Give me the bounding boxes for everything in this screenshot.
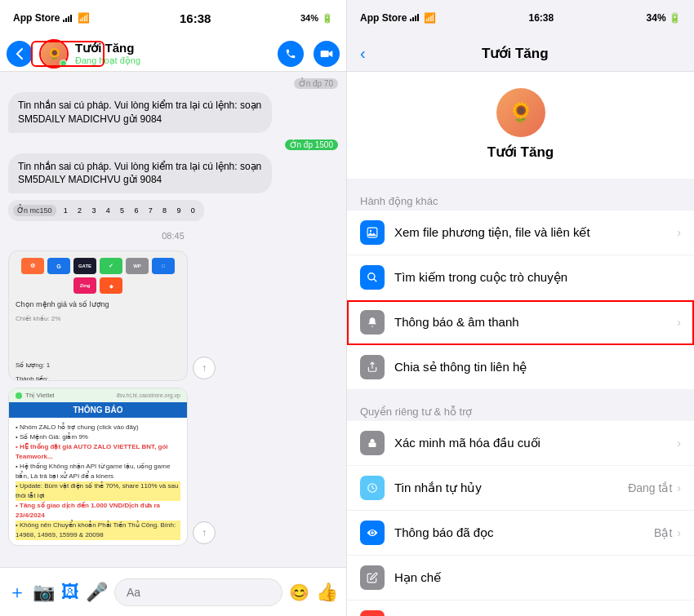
svg-line-13 bbox=[374, 279, 377, 282]
mic-button[interactable]: 🎤 bbox=[86, 582, 108, 603]
add-button[interactable]: ＋ bbox=[8, 580, 26, 605]
logo-2: G bbox=[47, 258, 70, 274]
left-time: 16:38 bbox=[180, 11, 211, 25]
contact-name: Tưới Tăng bbox=[75, 41, 271, 55]
share-notice-button[interactable]: ↑ bbox=[193, 521, 216, 544]
right-scroll-area[interactable]: 🌻 Tưới Tăng Hành động khác Xem file phươ… bbox=[347, 72, 694, 616]
right-back-button[interactable]: ‹ bbox=[360, 44, 366, 63]
profile-name: Tưới Tăng bbox=[487, 144, 554, 161]
svg-rect-1 bbox=[65, 18, 67, 22]
section-label-2: Quyền riêng tư & hỗ trợ bbox=[347, 396, 694, 421]
svg-rect-2 bbox=[68, 16, 69, 22]
share-promo-button[interactable]: ↑ bbox=[193, 357, 216, 379]
notice-card-group: Thị Viettel đsv.hị.hị.caostrore.org.vp T… bbox=[8, 388, 216, 546]
menu-item-share-contact[interactable]: Chia sẻ thông tin liên hệ bbox=[347, 345, 694, 389]
right-wifi-icon: 📶 bbox=[424, 12, 436, 24]
menu-item-files[interactable]: Xem file phương tiện, file và liên kết › bbox=[347, 211, 694, 255]
card-quantity: Số lượng: 1 bbox=[16, 361, 180, 369]
right-battery-group: 34% 🔋 bbox=[647, 12, 681, 24]
read-receipts-value: Bật bbox=[654, 526, 672, 539]
notice-header: Thị Viettel đsv.hị.hị.caostrore.org.vp bbox=[9, 388, 187, 402]
autodestruct-value: Đang tắt bbox=[628, 481, 672, 494]
files-chevron: › bbox=[677, 226, 681, 239]
card-total-label: Thành tiền: bbox=[16, 375, 180, 381]
chat-timestamp: 08:45 bbox=[8, 231, 338, 241]
chat-area[interactable]: Ởn đp 70 Tin nhắn sai cú pháp. Vui lòng … bbox=[0, 72, 346, 567]
menu-list-1: Xem file phương tiện, file và liên kết ›… bbox=[347, 211, 694, 389]
right-signal-icon bbox=[410, 13, 421, 21]
signal-icon bbox=[63, 14, 74, 22]
camera-button[interactable]: 📷 bbox=[33, 582, 55, 603]
notice-line-2: • Số Mệnh Giá: giảm 9% bbox=[16, 432, 180, 442]
right-carrier-group: App Store 📶 bbox=[360, 12, 436, 24]
lock-icon bbox=[367, 437, 377, 449]
logo-zing: Zing bbox=[73, 277, 96, 294]
msg-group-2: Ởn đp 1500 Tin nhắn sai cú pháp. Vui lòn… bbox=[8, 140, 338, 194]
notice-highlight-4: • Không nên Chuyển khoản Phải Tiền Thủ C… bbox=[16, 521, 180, 540]
svg-rect-4 bbox=[321, 51, 329, 57]
notice-title-text: THÔNG BÁO bbox=[73, 405, 122, 414]
online-status-dot bbox=[60, 60, 67, 67]
back-button[interactable] bbox=[7, 41, 33, 67]
nav-icons-group bbox=[278, 41, 340, 67]
autodestruct-chevron: › bbox=[677, 481, 681, 494]
msg-bubble-2: Tin nhắn sai cú pháp. Vui lòng kiểm tra … bbox=[8, 153, 272, 194]
logo-4: ✓ bbox=[100, 258, 122, 274]
bell-icon bbox=[367, 317, 378, 328]
left-carrier-group: App Store 📶 bbox=[13, 12, 90, 24]
contact-avatar-wrapper[interactable]: 🌻 bbox=[39, 39, 69, 69]
profile-section: 🌻 Tưới Tăng bbox=[347, 72, 694, 185]
right-panel: App Store 📶 16:38 34% 🔋 ‹ Tưới Tăng 🌻 Tư… bbox=[347, 0, 694, 616]
menu-list-2: Xác minh mã hóa đầu cuối › Tin nhắn tự h… bbox=[347, 421, 694, 616]
right-title: Tưới Tăng bbox=[366, 45, 665, 62]
notice-body: • Nhóm ZALO hỗ trợ chung (click vào đây)… bbox=[9, 418, 187, 545]
menu-item-search[interactable]: Tìm kiếm trong cuộc trò chuyện bbox=[347, 255, 694, 300]
notif-item-text: Thông báo & âm thanh bbox=[394, 314, 677, 330]
right-battery-pct: 34% bbox=[647, 12, 666, 24]
menu-item-restrict[interactable]: Hạn chế bbox=[347, 556, 694, 600]
profile-avatar: 🌻 bbox=[496, 88, 545, 137]
num-keypad: 1 2 3 4 5 6 7 8 9 0 bbox=[60, 206, 199, 215]
right-battery-icon: 🔋 bbox=[669, 12, 681, 24]
svg-rect-10 bbox=[367, 228, 377, 237]
wifi-icon: 📶 bbox=[78, 12, 90, 24]
call-button[interactable] bbox=[278, 41, 304, 67]
menu-item-autodestruct[interactable]: Tin nhắn tự hủy Đang tắt › bbox=[347, 466, 694, 511]
message-input[interactable] bbox=[114, 578, 282, 606]
video-button[interactable] bbox=[314, 41, 340, 67]
files-icon-box bbox=[360, 220, 385, 245]
lock-icon-box bbox=[360, 431, 385, 455]
timer-icon bbox=[367, 482, 378, 494]
menu-item-notifications[interactable]: Thông báo & âm thanh › bbox=[347, 300, 694, 345]
logo-1: ⚙ bbox=[21, 258, 44, 274]
logo-8: ◆ bbox=[100, 277, 122, 294]
image-button[interactable]: 🖼 bbox=[61, 582, 79, 603]
emoji-button[interactable]: 😊 bbox=[289, 583, 309, 602]
msg-tag-1: Ởn đp 70 bbox=[294, 78, 338, 89]
svg-rect-3 bbox=[70, 15, 72, 22]
contact-status: Đang hoạt động bbox=[75, 55, 271, 66]
notice-dot bbox=[16, 392, 22, 399]
like-button[interactable]: 👍 bbox=[316, 582, 338, 603]
right-nav-bar: ‹ Tưới Tăng bbox=[347, 36, 694, 72]
left-nav-bar: 🌻 Tưới Tăng Đang hoạt động bbox=[0, 36, 346, 72]
left-panel: App Store 📶 16:38 34% 🔋 🌻 bbox=[0, 0, 347, 616]
restrict-item-text: Hạn chế bbox=[394, 569, 681, 586]
menu-item-read-receipts[interactable]: Thông báo đã đọc Bật › bbox=[347, 511, 694, 556]
edit-icon bbox=[367, 572, 378, 583]
search-icon-box bbox=[360, 265, 385, 290]
contact-info[interactable]: Tưới Tăng Đang hoạt động bbox=[75, 41, 271, 66]
keypad-area: Ởn mc150 1 2 3 4 5 6 7 8 9 0 bbox=[8, 200, 204, 221]
right-status-bar: App Store 📶 16:38 34% 🔋 bbox=[347, 0, 694, 36]
left-status-bar: App Store 📶 16:38 34% 🔋 bbox=[0, 0, 346, 36]
card-select-text: Chọn mệnh giá và số lượng bbox=[16, 300, 180, 308]
notice-date: đsv.hị.hị.caostrore.org.vp bbox=[116, 392, 180, 399]
menu-item-block[interactable]: Chặn bbox=[347, 600, 694, 616]
notif-icon-box bbox=[360, 310, 385, 335]
svg-rect-7 bbox=[412, 17, 414, 21]
section-actions: Hành động khác Xem file phương tiện, fil… bbox=[347, 185, 694, 389]
notice-sender: Thị Viettel bbox=[25, 392, 55, 399]
notice-highlight-2: • Update: Bùm vật điện số thẻ 70%, share… bbox=[16, 481, 180, 501]
files-item-text: Xem file phương tiện, file và liên kết bbox=[394, 224, 677, 241]
menu-item-encryption[interactable]: Xác minh mã hóa đầu cuối › bbox=[347, 421, 694, 466]
